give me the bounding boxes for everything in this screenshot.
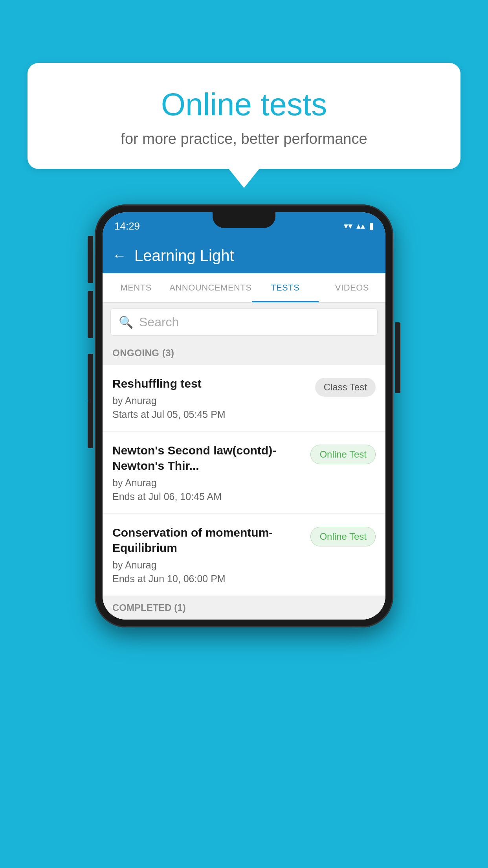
bubble-title: Online tests bbox=[47, 86, 441, 123]
battery-icon: ▮ bbox=[369, 221, 374, 231]
test-date-1: Starts at Jul 05, 05:45 PM bbox=[112, 409, 309, 420]
search-bar[interactable]: 🔍 Search bbox=[110, 308, 378, 336]
phone-mockup: 14:29 ▾▾ ▴▴ ▮ ← Learning Light MENTS ANN… bbox=[95, 204, 393, 627]
completed-section-header: COMPLETED (1) bbox=[103, 596, 385, 620]
test-date-3: Ends at Jun 10, 06:00 PM bbox=[112, 573, 305, 585]
tab-ments[interactable]: MENTS bbox=[103, 273, 169, 302]
test-info-3: Conservation of momentum-Equilibrium by … bbox=[112, 525, 305, 585]
tab-announcements[interactable]: ANNOUNCEMENTS bbox=[169, 273, 251, 302]
test-info-2: Newton's Second law(contd)-Newton's Thir… bbox=[112, 443, 305, 502]
test-item-3[interactable]: Conservation of momentum-Equilibrium by … bbox=[103, 514, 385, 596]
tab-tests[interactable]: TESTS bbox=[252, 273, 319, 302]
test-author-1: by Anurag bbox=[112, 395, 309, 406]
test-date-2: Ends at Jul 06, 10:45 AM bbox=[112, 491, 305, 502]
phone-outer: 14:29 ▾▾ ▴▴ ▮ ← Learning Light MENTS ANN… bbox=[95, 204, 393, 627]
test-badge-3: Online Test bbox=[310, 527, 376, 546]
test-name-2: Newton's Second law(contd)-Newton's Thir… bbox=[112, 443, 305, 473]
speech-bubble: Online tests for more practice, better p… bbox=[28, 63, 460, 169]
ongoing-section-header: ONGOING (3) bbox=[103, 341, 385, 365]
status-time: 14:29 bbox=[114, 220, 140, 232]
search-placeholder: Search bbox=[139, 315, 179, 329]
test-item-2[interactable]: Newton's Second law(contd)-Newton's Thir… bbox=[103, 432, 385, 514]
back-button[interactable]: ← bbox=[112, 247, 127, 264]
status-icons: ▾▾ ▴▴ ▮ bbox=[344, 221, 374, 231]
search-icon: 🔍 bbox=[119, 315, 133, 329]
phone-screen: 14:29 ▾▾ ▴▴ ▮ ← Learning Light MENTS ANN… bbox=[103, 212, 385, 620]
tabs-bar: MENTS ANNOUNCEMENTS TESTS VIDEOS bbox=[103, 273, 385, 303]
bubble-subtitle: for more practice, better performance bbox=[47, 131, 441, 147]
phone-notch bbox=[213, 212, 275, 228]
test-name-1: Reshuffling test bbox=[112, 376, 309, 391]
test-author-2: by Anurag bbox=[112, 477, 305, 489]
signal-icon: ▴▴ bbox=[356, 221, 365, 231]
app-title: Learning Light bbox=[134, 247, 234, 265]
test-info-1: Reshuffling test by Anurag Starts at Jul… bbox=[112, 376, 309, 420]
app-header: ← Learning Light bbox=[103, 238, 385, 273]
search-container: 🔍 Search bbox=[103, 303, 385, 341]
wifi-icon: ▾▾ bbox=[344, 221, 352, 231]
test-badge-2: Online Test bbox=[310, 445, 376, 464]
tab-videos[interactable]: VIDEOS bbox=[319, 273, 385, 302]
test-list: Reshuffling test by Anurag Starts at Jul… bbox=[103, 365, 385, 596]
test-badge-1: Class Test bbox=[315, 378, 376, 397]
test-author-3: by Anurag bbox=[112, 559, 305, 571]
test-name-3: Conservation of momentum-Equilibrium bbox=[112, 525, 305, 555]
test-item-1[interactable]: Reshuffling test by Anurag Starts at Jul… bbox=[103, 365, 385, 432]
